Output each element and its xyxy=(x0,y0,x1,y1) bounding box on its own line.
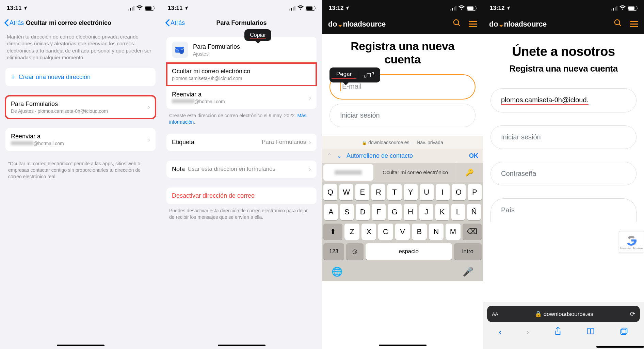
location-icon xyxy=(184,6,189,11)
key-n[interactable]: N xyxy=(429,224,444,240)
wifi-icon xyxy=(136,5,143,11)
back-icon[interactable]: ‹ xyxy=(499,328,501,337)
suggestion-hide-email[interactable]: Ocultar mi correo electrónico xyxy=(375,163,456,182)
copy-tooltip[interactable]: Copiar xyxy=(244,29,271,41)
key-p[interactable]: P xyxy=(468,184,482,200)
etiqueta-row[interactable]: Etiqueta Para Formularios › xyxy=(166,134,317,151)
key-d[interactable]: D xyxy=(356,204,370,220)
autofill-contact-button[interactable]: Autorrelleno de contacto xyxy=(347,152,464,160)
battery-icon xyxy=(306,6,315,11)
reload-icon[interactable]: ⟳ xyxy=(630,310,635,318)
email-input[interactable]: plomos.camiseta-0h@icloud. xyxy=(490,88,637,112)
footer-text: "Ocultar mi correo electrónico" permite … xyxy=(0,161,161,185)
key-v[interactable]: V xyxy=(395,224,410,240)
reenviar-row[interactable]: Reenviar a @hotmail.com › xyxy=(166,86,317,109)
ocultar-row[interactable]: Ocultar mi correo electrónico plomos.cam… xyxy=(166,63,317,86)
enter-key[interactable]: intro xyxy=(454,243,482,260)
next-field-button[interactable]: ⌄ xyxy=(337,152,342,160)
menu-icon[interactable] xyxy=(469,21,477,27)
key-u[interactable]: U xyxy=(420,184,434,200)
key-a[interactable]: A xyxy=(324,204,338,220)
reenviar-row[interactable]: Reenviar a @hotmail.com › xyxy=(5,128,156,151)
recaptcha-badge[interactable]: Privacidad · Términos xyxy=(619,231,644,253)
paste-button[interactable]: Pegar xyxy=(332,71,356,79)
row-value: Para Formularios xyxy=(262,139,306,146)
create-address-button[interactable]: + Crear una nueva dirección xyxy=(5,68,156,86)
menu-icon[interactable] xyxy=(630,21,638,27)
tabs-icon[interactable] xyxy=(620,327,628,337)
key-r[interactable]: R xyxy=(371,184,385,200)
passwords-icon[interactable]: 🔑 xyxy=(456,163,483,182)
key-x[interactable]: X xyxy=(361,224,376,240)
password-input[interactable]: Contraseña xyxy=(490,162,637,185)
key-z[interactable]: Z xyxy=(344,224,359,240)
home-indicator[interactable] xyxy=(218,345,265,346)
nav-header: Atrás Ocultar mi correo electrónico xyxy=(0,16,161,31)
chevron-right-icon: › xyxy=(148,136,150,143)
cell-signal-icon xyxy=(450,6,456,11)
suggestion-selected[interactable] xyxy=(323,164,373,181)
key-k[interactable]: K xyxy=(435,204,449,220)
wifi-icon xyxy=(297,5,304,11)
formularios-row[interactable]: Para Formularios De Ajustes · plomos.cam… xyxy=(5,96,156,119)
key-y[interactable]: Y xyxy=(404,184,418,200)
key-i[interactable]: I xyxy=(436,184,450,200)
key-l[interactable]: L xyxy=(451,204,465,220)
keyboard-done-button[interactable]: OK xyxy=(469,152,478,160)
share-icon[interactable] xyxy=(554,327,562,338)
back-button[interactable]: Atrás xyxy=(165,19,185,27)
key-g[interactable]: G xyxy=(388,204,402,220)
country-input[interactable]: País xyxy=(490,198,637,222)
search-icon[interactable] xyxy=(453,19,461,29)
key-ñ[interactable]: Ñ xyxy=(467,204,481,220)
login-input[interactable]: Iniciar sesión xyxy=(490,125,637,149)
search-icon[interactable] xyxy=(614,19,622,29)
scan-text-icon[interactable]: ⌞⊟⌝ xyxy=(359,71,378,79)
emoji-key[interactable]: ☺ xyxy=(346,243,364,260)
key-q[interactable]: Q xyxy=(323,184,337,200)
svg-rect-0 xyxy=(621,329,626,334)
prev-field-button[interactable]: ⌃ xyxy=(327,152,332,160)
safari-url-bar[interactable]: AA 🔒 downloadsource.es ⟳ xyxy=(487,306,640,322)
delete-key[interactable]: ⌫ xyxy=(463,224,482,240)
deactivate-button[interactable]: Desactivar dirección de correo xyxy=(166,187,317,204)
key-o[interactable]: O xyxy=(452,184,466,200)
forward-icon[interactable]: › xyxy=(527,328,529,337)
plus-icon: + xyxy=(11,73,15,81)
key-b[interactable]: B xyxy=(412,224,426,240)
space-key[interactable]: espacio xyxy=(366,243,452,260)
key-m[interactable]: M xyxy=(446,224,460,240)
row-title: Reenviar a xyxy=(172,91,309,98)
key-c[interactable]: C xyxy=(378,224,393,240)
status-bar: 13:12 xyxy=(483,0,644,16)
key-t[interactable]: T xyxy=(387,184,401,200)
keyboard: QWERTYUIOP ASDFGHJKLÑ ⬆ ZXCVBNM ⌫ 123 ☺ … xyxy=(322,182,483,281)
chevron-right-icon: › xyxy=(309,94,311,102)
shift-key[interactable]: ⬆ xyxy=(323,224,342,240)
site-logo[interactable]: do⌄nloadsource xyxy=(328,20,453,29)
key-e[interactable]: E xyxy=(355,184,369,200)
deactivate-card: Desactivar dirección de correo xyxy=(166,187,317,204)
nota-row[interactable]: Nota Usar esta direccion en formularios … xyxy=(166,161,317,178)
back-button[interactable]: Atrás xyxy=(4,19,24,27)
key-w[interactable]: W xyxy=(339,184,353,200)
location-icon xyxy=(506,6,511,11)
login-input[interactable]: Iniciar sesión xyxy=(329,104,476,127)
key-s[interactable]: S xyxy=(340,204,354,220)
safari-toolbar: ‹ › xyxy=(483,322,644,346)
mic-icon[interactable]: 🎤 xyxy=(463,267,473,277)
globe-icon[interactable]: 🌐 xyxy=(332,267,342,277)
bookmarks-icon[interactable] xyxy=(586,328,595,337)
home-indicator[interactable] xyxy=(379,345,426,346)
chevron-right-icon: › xyxy=(148,103,150,111)
key-j[interactable]: J xyxy=(419,204,433,220)
site-logo[interactable]: do⌄nloadsource xyxy=(489,20,614,29)
home-indicator[interactable] xyxy=(596,346,644,348)
paste-tooltip: Pegar ⌞⊟⌝ xyxy=(329,67,380,82)
text-size-icon[interactable]: AA xyxy=(492,311,498,317)
home-indicator[interactable] xyxy=(57,345,104,346)
row-title: Reenviar a xyxy=(11,133,148,140)
key-h[interactable]: H xyxy=(404,204,418,220)
key-f[interactable]: F xyxy=(372,204,386,220)
numbers-key[interactable]: 123 xyxy=(323,243,344,260)
